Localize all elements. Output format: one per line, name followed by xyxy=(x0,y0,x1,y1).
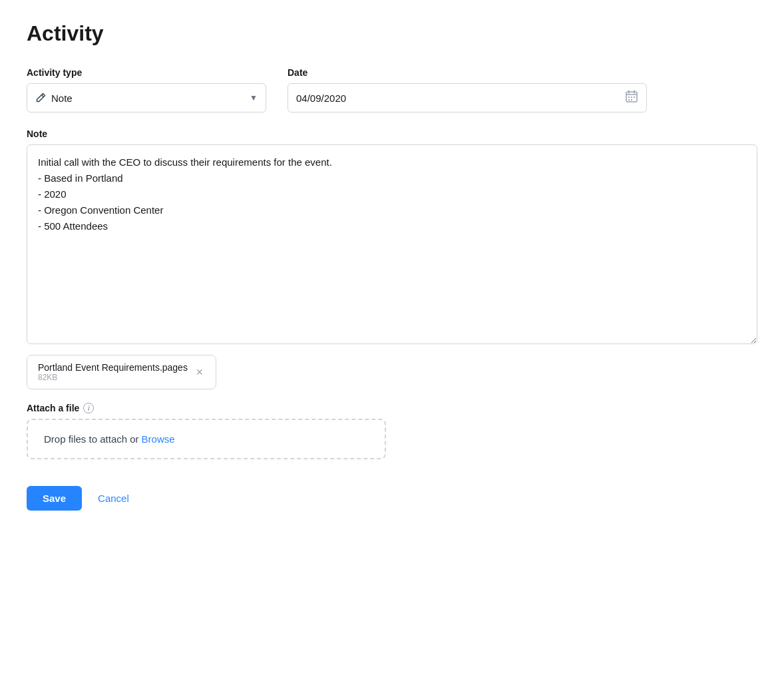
chevron-down-icon: ▼ xyxy=(250,93,258,103)
attach-label: Attach a file xyxy=(27,403,79,413)
svg-rect-3 xyxy=(634,97,635,98)
file-remove-button[interactable]: ✕ xyxy=(194,365,205,379)
file-info: Portland Event Requirements.pages 82KB xyxy=(38,362,188,382)
file-size: 82KB xyxy=(38,373,188,382)
calendar-icon xyxy=(625,90,638,107)
svg-rect-2 xyxy=(631,97,632,98)
page-title: Activity xyxy=(27,21,757,46)
activity-type-select[interactable]: Note ▼ xyxy=(27,83,266,113)
note-label: Note xyxy=(27,128,757,139)
note-edit-icon xyxy=(35,93,46,103)
drop-text: Drop files to attach or xyxy=(44,433,139,445)
svg-rect-4 xyxy=(628,99,630,101)
attached-file: Portland Event Requirements.pages 82KB ✕ xyxy=(27,355,216,389)
activity-type-label: Activity type xyxy=(27,67,266,78)
svg-rect-5 xyxy=(631,99,632,101)
file-name: Portland Event Requirements.pages xyxy=(38,362,188,373)
date-input[interactable]: 04/09/2020 xyxy=(288,83,647,113)
date-label: Date xyxy=(288,67,647,78)
date-value: 04/09/2020 xyxy=(296,93,625,104)
activity-type-value: Note xyxy=(51,93,250,104)
svg-rect-1 xyxy=(628,97,630,98)
button-row: Save Cancel xyxy=(27,486,757,511)
note-textarea[interactable]: Initial call with the CEO to discuss the… xyxy=(27,144,757,344)
attach-section: Attach a file i Drop files to attach or … xyxy=(27,403,757,459)
save-button[interactable]: Save xyxy=(27,486,82,511)
drop-zone[interactable]: Drop files to attach or Browse xyxy=(27,419,386,459)
info-icon[interactable]: i xyxy=(83,403,94,413)
browse-link[interactable]: Browse xyxy=(142,433,175,445)
cancel-button[interactable]: Cancel xyxy=(95,486,132,511)
